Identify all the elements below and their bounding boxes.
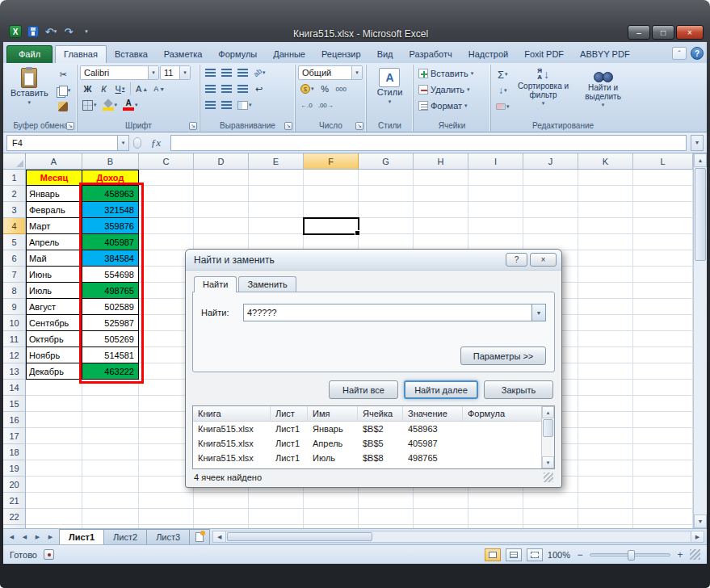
find-next-button[interactable]: Найти далее xyxy=(404,380,478,399)
minimize-button[interactable]: – xyxy=(628,25,650,40)
cell-E1[interactable] xyxy=(249,170,304,186)
cell-K4[interactable] xyxy=(578,218,633,234)
delete-cells-button[interactable]: Удалить▾ xyxy=(416,82,473,97)
cell-L2[interactable] xyxy=(633,186,693,202)
cell-H21[interactable] xyxy=(414,493,468,509)
dialog-resize-grip[interactable] xyxy=(544,472,553,482)
cell-L1[interactable] xyxy=(633,170,693,186)
cell-J1[interactable] xyxy=(523,170,578,186)
cell-I1[interactable] xyxy=(468,170,523,186)
cell-E2[interactable] xyxy=(249,186,304,202)
row-header-12[interactable]: 12 xyxy=(3,347,26,363)
column-header-G[interactable]: G xyxy=(359,153,414,170)
cell-H3[interactable] xyxy=(414,202,468,218)
ribbon-tab[interactable]: Файл xyxy=(6,45,53,63)
cell-K19[interactable] xyxy=(578,460,633,477)
ribbon-tab[interactable]: ABBYY PDF xyxy=(572,46,638,63)
cell-A7[interactable]: Июнь xyxy=(26,267,82,283)
row-header-16[interactable]: 16 xyxy=(3,412,26,428)
cell-B23[interactable] xyxy=(82,525,139,528)
cell-G23[interactable] xyxy=(359,525,414,528)
cell-B21[interactable] xyxy=(82,493,139,509)
cell-K2[interactable] xyxy=(578,186,633,202)
cell-B15[interactable] xyxy=(82,396,139,412)
cell-A19[interactable] xyxy=(26,460,82,477)
ribbon-tab[interactable]: Вид xyxy=(369,46,401,63)
cell-K21[interactable] xyxy=(578,493,633,509)
cell-D5[interactable] xyxy=(194,234,249,250)
cell-L18[interactable] xyxy=(633,444,693,460)
decrease-font-button[interactable]: А▼ xyxy=(151,82,167,96)
cell-A15[interactable] xyxy=(26,396,82,412)
cell-A22[interactable] xyxy=(26,509,82,525)
cell-K10[interactable] xyxy=(578,315,633,331)
results-column-header[interactable]: Имя xyxy=(308,406,358,421)
column-header-B[interactable]: B xyxy=(82,153,139,170)
cell-L11[interactable] xyxy=(633,331,693,347)
font-color-button[interactable]: А▾ xyxy=(120,98,141,112)
cell-K8[interactable] xyxy=(578,283,633,299)
results-scroll-thumb[interactable] xyxy=(543,419,553,437)
cell-C5[interactable] xyxy=(139,234,194,250)
cell-K17[interactable] xyxy=(578,428,633,444)
row-header-6[interactable]: 6 xyxy=(3,250,26,267)
cell-K3[interactable] xyxy=(578,202,633,218)
cell-L19[interactable] xyxy=(633,460,693,477)
cell-G4[interactable] xyxy=(359,218,414,234)
row-header-11[interactable]: 11 xyxy=(3,331,26,347)
cell-L10[interactable] xyxy=(633,315,693,331)
column-header-E[interactable]: E xyxy=(249,153,304,170)
cell-H23[interactable] xyxy=(414,525,468,528)
cell-J3[interactable] xyxy=(523,202,578,218)
increase-decimal-button[interactable]: ←.0 xyxy=(298,98,315,112)
results-scroll-up[interactable]: ▲ xyxy=(542,406,554,418)
close-dialog-button[interactable]: Закрыть xyxy=(484,380,553,399)
underline-button[interactable]: Ч▾ xyxy=(112,82,128,96)
ribbon-tab[interactable]: Вставка xyxy=(107,46,156,63)
cell-B16[interactable] xyxy=(82,412,139,428)
tab-replace[interactable]: Заменить xyxy=(238,276,296,292)
cell-F1[interactable] xyxy=(304,170,359,186)
row-header-20[interactable]: 20 xyxy=(3,477,26,493)
cell-K14[interactable] xyxy=(578,380,633,396)
cell-H4[interactable] xyxy=(414,218,468,234)
bold-button[interactable]: Ж xyxy=(80,82,95,96)
font-size-combo[interactable]: 11▾ xyxy=(160,65,191,80)
row-header-14[interactable]: 14 xyxy=(3,380,26,396)
cell-H2[interactable] xyxy=(414,186,468,202)
row-header-21[interactable]: 21 xyxy=(3,493,26,509)
cell-L6[interactable] xyxy=(633,250,693,267)
cell-B17[interactable] xyxy=(82,428,139,444)
cell-H5[interactable] xyxy=(414,234,468,250)
cell-A6[interactable]: Май xyxy=(26,250,82,267)
zoom-slider[interactable] xyxy=(590,553,670,556)
fill-button[interactable]: ↓▾ xyxy=(494,83,512,98)
find-all-button[interactable]: Найти все xyxy=(329,380,398,399)
row-header-2[interactable]: 2 xyxy=(3,186,26,202)
options-button[interactable]: Параметры >> xyxy=(460,346,546,365)
save-button[interactable] xyxy=(26,24,40,39)
row-header-4[interactable]: 4 xyxy=(3,218,26,234)
cell-L16[interactable] xyxy=(633,412,693,428)
cell-C23[interactable] xyxy=(139,525,194,528)
cell-D3[interactable] xyxy=(194,202,249,218)
number-dialog-launcher[interactable]: ↘ xyxy=(355,122,363,130)
cell-K15[interactable] xyxy=(578,396,633,412)
scroll-up-arrow[interactable]: ▲ xyxy=(694,153,707,167)
fill-color-button[interactable]: ▾ xyxy=(100,98,120,112)
cell-K1[interactable] xyxy=(578,170,633,186)
results-scroll-track[interactable] xyxy=(542,438,554,456)
find-select-button[interactable]: Найти и выделить ▾ xyxy=(575,65,632,109)
cell-A18[interactable] xyxy=(26,444,82,460)
customize-qat-button[interactable]: ▾ xyxy=(79,24,94,39)
cell-K20[interactable] xyxy=(578,477,633,493)
cell-K5[interactable] xyxy=(578,234,633,250)
cell-L13[interactable] xyxy=(633,363,693,380)
clipboard-dialog-launcher[interactable]: ↘ xyxy=(66,122,74,130)
excel-logo-button[interactable]: X xyxy=(8,24,23,39)
name-box[interactable]: F4▾ xyxy=(6,135,129,151)
increase-indent-button[interactable] xyxy=(219,98,234,112)
cell-A12[interactable]: Ноябрь xyxy=(26,347,82,363)
cell-A23[interactable] xyxy=(26,525,82,528)
cell-D22[interactable] xyxy=(194,509,249,525)
